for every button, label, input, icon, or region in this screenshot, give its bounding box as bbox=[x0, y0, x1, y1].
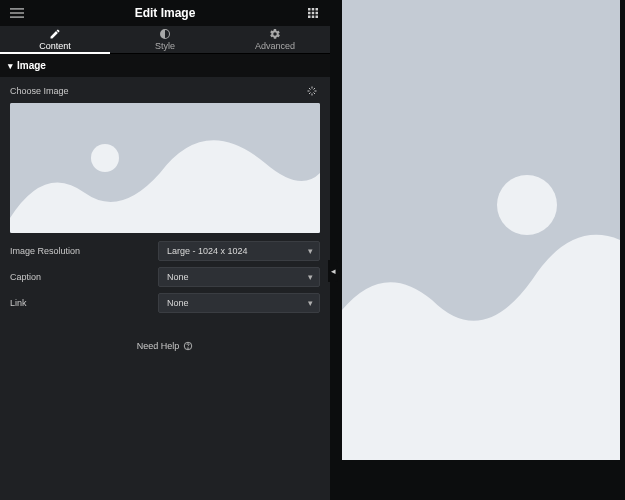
hamburger-menu-button[interactable] bbox=[8, 4, 26, 22]
svg-rect-2 bbox=[10, 17, 24, 18]
tab-style[interactable]: Style bbox=[110, 26, 220, 53]
panel-collapse-handle[interactable]: ◂ bbox=[328, 260, 338, 282]
tab-advanced-label: Advanced bbox=[255, 41, 295, 51]
svg-rect-1 bbox=[10, 12, 24, 13]
svg-rect-6 bbox=[308, 12, 311, 15]
svg-rect-5 bbox=[316, 8, 319, 11]
svg-point-15 bbox=[188, 348, 189, 349]
link-select[interactable]: None bbox=[158, 293, 320, 313]
svg-rect-10 bbox=[312, 16, 315, 19]
svg-rect-9 bbox=[308, 16, 311, 19]
link-row: Link None bbox=[0, 291, 330, 315]
svg-rect-0 bbox=[10, 8, 24, 9]
image-picker[interactable] bbox=[10, 103, 320, 233]
svg-rect-3 bbox=[308, 8, 311, 11]
svg-rect-11 bbox=[316, 16, 319, 19]
svg-rect-7 bbox=[312, 12, 315, 15]
editor-panel: Edit Image Content Style Advanced ▾ Imag… bbox=[0, 0, 330, 500]
image-widget-preview[interactable] bbox=[342, 0, 620, 460]
image-placeholder-icon bbox=[10, 103, 320, 233]
svg-rect-8 bbox=[316, 12, 319, 15]
tab-advanced[interactable]: Advanced bbox=[220, 26, 330, 53]
choose-image-label: Choose Image bbox=[10, 86, 69, 96]
ai-generate-button[interactable] bbox=[304, 83, 320, 99]
contrast-icon bbox=[159, 28, 171, 40]
chevron-left-icon: ◂ bbox=[331, 266, 336, 276]
link-label: Link bbox=[10, 298, 150, 308]
need-help-link[interactable]: Need Help bbox=[0, 341, 330, 351]
caret-down-icon: ▾ bbox=[8, 61, 13, 71]
resolution-value: Large - 1024 x 1024 bbox=[167, 246, 248, 256]
panel-tabs: Content Style Advanced bbox=[0, 26, 330, 54]
section-image-toggle[interactable]: ▾ Image bbox=[0, 54, 330, 77]
section-image-title: Image bbox=[17, 60, 46, 71]
resolution-row: Image Resolution Large - 1024 x 1024 bbox=[0, 239, 330, 263]
tab-style-label: Style bbox=[155, 41, 175, 51]
svg-rect-4 bbox=[312, 8, 315, 11]
apps-grid-button[interactable] bbox=[304, 4, 322, 22]
link-value: None bbox=[167, 298, 189, 308]
canvas-area[interactable] bbox=[330, 0, 625, 500]
caption-select[interactable]: None bbox=[158, 267, 320, 287]
grid-icon bbox=[307, 7, 319, 19]
resolution-label: Image Resolution bbox=[10, 246, 150, 256]
tab-content[interactable]: Content bbox=[0, 26, 110, 53]
caption-row: Caption None bbox=[0, 265, 330, 289]
choose-image-row: Choose Image bbox=[0, 77, 330, 103]
gear-icon bbox=[269, 28, 281, 40]
caption-value: None bbox=[167, 272, 189, 282]
panel-header: Edit Image bbox=[0, 0, 330, 26]
resolution-select[interactable]: Large - 1024 x 1024 bbox=[158, 241, 320, 261]
widget-placeholder-icon bbox=[342, 0, 620, 460]
hamburger-icon bbox=[10, 6, 24, 20]
svg-point-17 bbox=[497, 175, 557, 235]
need-help-label: Need Help bbox=[137, 341, 180, 351]
caption-label: Caption bbox=[10, 272, 150, 282]
tab-content-label: Content bbox=[39, 41, 71, 51]
svg-point-13 bbox=[91, 144, 119, 172]
help-circle-icon bbox=[183, 341, 193, 351]
sparkle-icon bbox=[306, 85, 318, 97]
pencil-icon bbox=[49, 28, 61, 40]
panel-title: Edit Image bbox=[0, 6, 330, 20]
